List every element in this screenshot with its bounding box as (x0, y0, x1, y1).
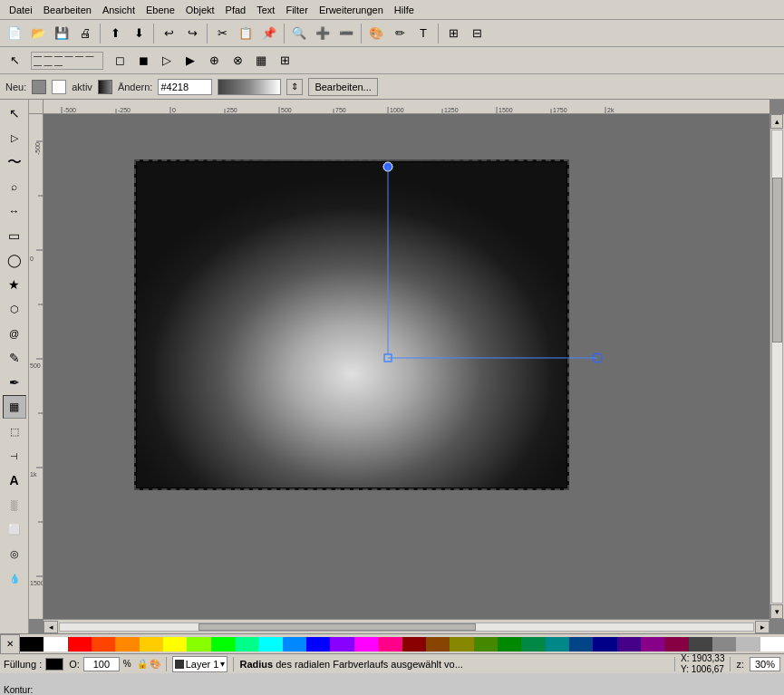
palette-color[interactable] (712, 637, 736, 652)
palette-color[interactable] (68, 637, 92, 652)
menu-pfad[interactable]: Pfad (220, 3, 252, 17)
v-scrollbar[interactable]: ▴ ▾ (769, 114, 784, 619)
palette-color[interactable] (569, 637, 593, 652)
palette-color[interactable] (402, 637, 426, 652)
v-scrollbar-thumb[interactable] (772, 178, 782, 343)
gradient-swatch-aktiv[interactable] (98, 80, 112, 94)
palette-color[interactable] (283, 637, 306, 652)
copy-button[interactable]: 📋 (235, 23, 256, 44)
h-scrollbar[interactable]: ◂ ▸ (44, 619, 769, 633)
export-button[interactable]: ⬇ (128, 23, 150, 44)
palette-color[interactable] (20, 637, 44, 652)
3dbox-tool-btn[interactable]: ⬡ (3, 297, 26, 321)
tool-option-6[interactable]: ⊗ (227, 50, 248, 72)
palette-color[interactable] (163, 637, 187, 652)
palette-color[interactable] (450, 637, 473, 652)
palette-color[interactable] (474, 637, 498, 652)
save-button[interactable]: 💾 (51, 23, 73, 44)
tool-option-5[interactable]: ⊕ (203, 50, 225, 72)
spray-tool-btn[interactable]: ░ (3, 493, 26, 516)
palette-color[interactable] (689, 637, 712, 652)
palette-color[interactable] (641, 637, 664, 652)
snap-grid-button[interactable]: ⊞ (442, 23, 464, 44)
h-scrollbar-thumb[interactable] (198, 623, 476, 631)
opacity-input[interactable] (83, 657, 120, 671)
zoom-in-button[interactable]: ➕ (312, 23, 334, 44)
scroll-left-btn[interactable]: ◂ (44, 621, 58, 633)
undo-button[interactable]: ↩ (158, 23, 179, 44)
menu-erweiterungen[interactable]: Erweiterungen (314, 3, 389, 17)
pen-tool-btn[interactable]: ✒ (3, 371, 26, 394)
import-button[interactable]: ⬆ (104, 23, 126, 44)
rect-tool-btn[interactable]: ▭ (3, 224, 26, 247)
palette-color[interactable] (521, 637, 545, 652)
palette-color[interactable] (211, 637, 235, 652)
palette-color[interactable] (426, 637, 450, 652)
palette-color[interactable] (664, 637, 688, 652)
scroll-right-btn[interactable]: ▸ (755, 621, 769, 633)
text-tool-btn[interactable]: A (3, 468, 26, 492)
tweak-tool-btn[interactable]: 〜 (3, 150, 26, 174)
bucket-tool-btn[interactable]: ⬚ (3, 420, 26, 443)
palette-color[interactable] (760, 637, 784, 652)
star-tool-btn[interactable]: ★ (3, 273, 26, 296)
dropper-tool-btn[interactable]: 💧 (3, 566, 26, 590)
tool-option-2[interactable]: ◼ (132, 50, 154, 72)
select-all-button[interactable]: ↖ (4, 50, 25, 72)
scroll-down-btn[interactable]: ▾ (770, 604, 783, 619)
palette-color[interactable] (187, 637, 210, 652)
measure-tool-btn[interactable]: ↔ (3, 199, 26, 223)
palette-color[interactable] (593, 637, 616, 652)
pencil-tool-btn[interactable]: ✎ (3, 346, 26, 370)
tool-option-4[interactable]: ▶ (179, 50, 201, 72)
h-scrollbar-track[interactable] (59, 623, 754, 632)
node-tool-btn[interactable]: ▷ (3, 126, 26, 150)
redo-button[interactable]: ↪ (181, 23, 203, 44)
fill-button[interactable]: 🎨 (365, 23, 387, 44)
text-button[interactable]: T (412, 23, 434, 44)
layer-selector[interactable]: Layer 1 ▾ (172, 656, 228, 672)
eraser-tool-btn[interactable]: ⬜ (3, 517, 26, 541)
tool-option-7[interactable]: ▦ (250, 50, 272, 72)
palette-color[interactable] (235, 637, 258, 652)
bearbeiten-button[interactable]: Bearbeiten... (308, 78, 377, 96)
spiral-tool-btn[interactable]: @ (3, 322, 26, 345)
select-tool-btn[interactable]: ↖ (3, 101, 26, 125)
tool-option-8[interactable]: ⊞ (274, 50, 295, 72)
palette-color[interactable] (306, 637, 330, 652)
tool-option-3[interactable]: ▷ (156, 50, 178, 72)
gradient-preview[interactable] (218, 79, 281, 95)
palette-color[interactable] (258, 637, 282, 652)
menu-text[interactable]: Text (251, 3, 280, 17)
new-button[interactable]: 📄 (4, 23, 25, 44)
menu-hilfe[interactable]: Hilfe (389, 3, 420, 17)
palette-x-button[interactable]: ✕ (0, 634, 20, 654)
gradient-swatch-1[interactable] (32, 80, 46, 94)
palette-color[interactable] (546, 637, 569, 652)
zoom-input[interactable]: 30% (750, 657, 780, 671)
palette-color[interactable] (330, 637, 353, 652)
palette-color[interactable] (736, 637, 760, 652)
cut-button[interactable]: ✂ (211, 23, 233, 44)
menu-filter[interactable]: Filter (280, 3, 313, 17)
menu-bearbeiten[interactable]: Bearbeiten (38, 3, 97, 17)
snap-button[interactable]: ⊟ (466, 23, 488, 44)
filling-swatch[interactable] (45, 658, 63, 671)
ellipse-tool-btn[interactable]: ◯ (3, 248, 26, 272)
palette-color[interactable] (44, 637, 67, 652)
zoom-tool-btn[interactable]: ⌕ (3, 175, 26, 198)
layer-dropdown-icon[interactable]: ▾ (220, 659, 225, 669)
paste-button[interactable]: 📌 (258, 23, 280, 44)
v-scrollbar-track[interactable] (771, 130, 783, 603)
print-button[interactable]: 🖨 (74, 23, 96, 44)
menu-datei[interactable]: Datei (4, 3, 38, 17)
menu-objekt[interactable]: Objekt (180, 3, 220, 17)
gradient-tool-btn[interactable]: ▦ (3, 395, 26, 419)
stroke-button[interactable]: ✏ (389, 23, 411, 44)
gradient-arrows[interactable]: ⇕ (286, 79, 303, 95)
scroll-up-btn[interactable]: ▴ (770, 114, 783, 129)
open-button[interactable]: 📂 (27, 23, 49, 44)
palette-color[interactable] (378, 637, 402, 652)
palette-color[interactable] (498, 637, 521, 652)
zoom-out-button[interactable]: ➖ (335, 23, 357, 44)
